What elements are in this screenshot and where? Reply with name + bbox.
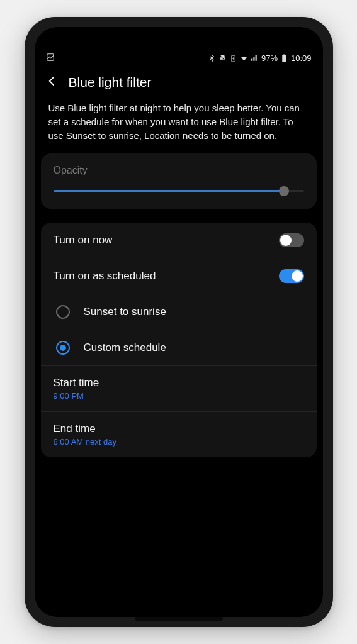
turn-on-now-label: Turn on now bbox=[54, 234, 113, 247]
svg-rect-3 bbox=[232, 55, 234, 55]
opacity-card: Opacity bbox=[41, 153, 317, 209]
status-left bbox=[46, 53, 55, 64]
turn-on-now-row[interactable]: Turn on now bbox=[41, 223, 317, 258]
svg-rect-4 bbox=[282, 55, 286, 62]
sunset-sunrise-label: Sunset to sunrise bbox=[84, 306, 166, 318]
end-time-value: 6:00 AM next day bbox=[54, 437, 116, 447]
home-indicator bbox=[135, 617, 223, 621]
status-right: 97% 10:09 bbox=[208, 53, 312, 63]
status-bar: 97% 10:09 bbox=[35, 50, 323, 66]
back-icon[interactable] bbox=[46, 75, 59, 90]
toggle-knob bbox=[280, 235, 292, 246]
screen: 97% 10:09 Blue light filter Use Blue lig… bbox=[35, 27, 323, 617]
svg-rect-5 bbox=[283, 54, 285, 55]
opacity-slider[interactable] bbox=[54, 190, 304, 192]
start-time-row[interactable]: Start time 9:00 PM bbox=[41, 366, 317, 412]
svg-rect-0 bbox=[47, 53, 54, 60]
image-icon bbox=[46, 54, 55, 64]
description-text: Use Blue light filter at night to help y… bbox=[35, 96, 323, 153]
opacity-label: Opacity bbox=[54, 165, 304, 176]
app-header: Blue light filter bbox=[35, 66, 323, 96]
signal-icon bbox=[251, 54, 259, 62]
turn-on-now-toggle[interactable] bbox=[279, 233, 304, 247]
wifi-icon bbox=[240, 54, 248, 62]
bluetooth-icon bbox=[208, 54, 216, 62]
battery-icon bbox=[280, 54, 288, 62]
battery-percent: 97% bbox=[261, 53, 278, 63]
custom-schedule-label: Custom schedule bbox=[84, 341, 166, 354]
page-title: Blue light filter bbox=[69, 75, 152, 90]
clock: 10:09 bbox=[291, 53, 312, 63]
phone-frame: 97% 10:09 Blue light filter Use Blue lig… bbox=[25, 17, 333, 627]
slider-thumb[interactable] bbox=[279, 186, 289, 196]
custom-schedule-row[interactable]: Custom schedule bbox=[41, 330, 317, 366]
turn-on-scheduled-toggle[interactable] bbox=[279, 269, 304, 283]
turn-on-scheduled-label: Turn on as scheduled bbox=[54, 270, 156, 282]
end-time-row[interactable]: End time 6:00 AM next day bbox=[41, 412, 317, 457]
settings-list: Turn on now Turn on as scheduled Sunset … bbox=[41, 223, 317, 457]
battery-charging-icon bbox=[229, 54, 237, 62]
slider-fill bbox=[54, 190, 284, 192]
toggle-knob bbox=[292, 270, 303, 282]
start-time-value: 9:00 PM bbox=[54, 391, 99, 401]
radio-selected-icon[interactable] bbox=[56, 341, 70, 355]
mute-icon bbox=[218, 54, 227, 62]
radio-unselected-icon[interactable] bbox=[56, 305, 70, 319]
start-time-label: Start time bbox=[54, 377, 99, 389]
end-time-label: End time bbox=[54, 423, 116, 435]
turn-on-scheduled-row[interactable]: Turn on as scheduled bbox=[41, 258, 317, 294]
sunset-sunrise-row[interactable]: Sunset to sunrise bbox=[41, 294, 317, 330]
